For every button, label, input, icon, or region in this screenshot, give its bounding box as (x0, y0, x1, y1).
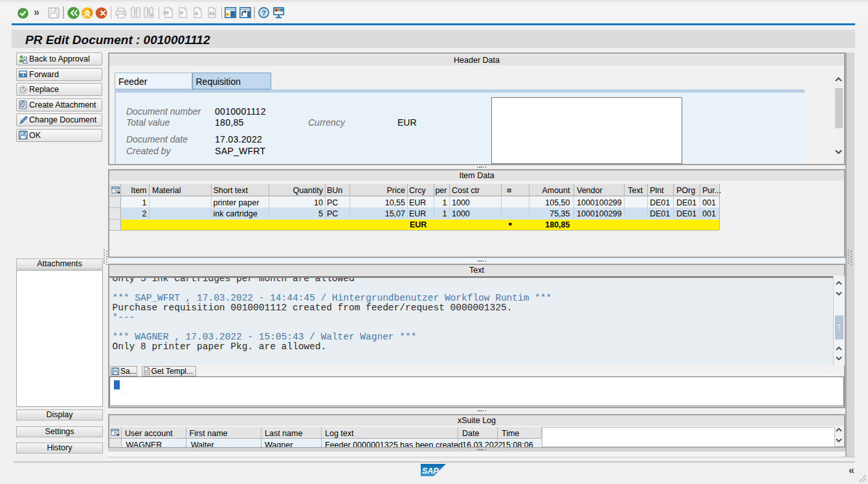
svg-text:?: ? (262, 9, 266, 17)
svg-text:SAP: SAP (422, 467, 439, 476)
